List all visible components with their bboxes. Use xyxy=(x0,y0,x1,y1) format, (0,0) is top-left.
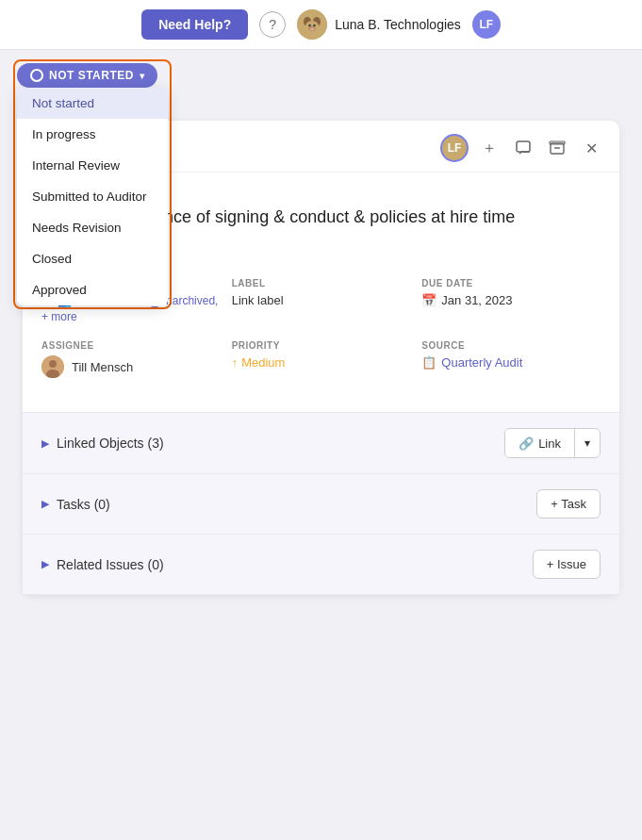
archive-icon[interactable] xyxy=(544,135,570,161)
status-dropdown-container: NOT STARTED ▾ Not started In progress In… xyxy=(13,59,172,309)
company-avatar xyxy=(297,9,327,40)
status-button[interactable]: NOT STARTED ▾ xyxy=(17,63,157,88)
help-icon[interactable]: ? xyxy=(259,11,286,38)
due-date-value: 📅 Jan 31, 2023 xyxy=(421,293,601,307)
add-task-button[interactable]: + Task xyxy=(536,489,601,519)
dropdown-item-not-started[interactable]: Not started xyxy=(17,88,168,119)
dropdown-item-closed[interactable]: Closed xyxy=(17,243,168,274)
tasks-label: Tasks (0) xyxy=(57,497,110,512)
main-area: NOT STARTED ▾ Not started In progress In… xyxy=(0,50,642,614)
dropdown-item-submitted-to-auditor[interactable]: Submitted to Auditor xyxy=(17,181,168,212)
dropdown-item-approved[interactable]: Approved xyxy=(17,274,168,305)
svg-point-7 xyxy=(310,28,314,31)
add-icon[interactable]: ＋ xyxy=(476,135,502,161)
bottom-sections: ▶ Linked Objects (3) 🔗 Link ▾ ▶ Tasks (0… xyxy=(23,412,619,595)
related-issues-section: ▶ Related Issues (0) + Issue xyxy=(23,535,619,595)
assignee-name: Till Mensch xyxy=(72,360,133,374)
assignee-label: ASSIGNEE xyxy=(41,340,221,351)
label-field: LABEL Link label xyxy=(232,278,411,323)
dropdown-item-in-progress[interactable]: In progress xyxy=(17,119,168,150)
priority-value: ↑ Medium xyxy=(232,355,411,370)
status-dropdown-menu: Not started In progress Internal Review … xyxy=(17,88,168,305)
svg-rect-8 xyxy=(517,141,530,152)
assignee-area: Till Mensch xyxy=(41,355,221,378)
company-selector[interactable]: Luna B. Technologies xyxy=(297,9,461,40)
link-button[interactable]: 🔗 Link xyxy=(505,430,574,457)
due-date-label: DUE DATE xyxy=(421,278,601,288)
close-icon[interactable]: ✕ xyxy=(578,135,604,161)
link-button-group: 🔗 Link ▾ xyxy=(504,428,601,458)
assignee-avatar xyxy=(41,355,64,378)
priority-field: PRIORITY ↑ Medium xyxy=(232,340,411,378)
chevron-down-icon: ▾ xyxy=(140,71,145,81)
top-navigation: Need Help? ? Luna B. Technologies LF xyxy=(0,0,642,50)
source-icon: 📋 xyxy=(421,355,436,370)
assignee-field: ASSIGNEE Till Mensch xyxy=(41,340,221,378)
link-icon: 🔗 xyxy=(519,436,534,451)
dropdown-wrapper: NOT STARTED ▾ Not started In progress In… xyxy=(13,59,172,309)
user-avatar[interactable]: LF xyxy=(472,10,501,39)
related-issues-triangle-icon: ▶ xyxy=(41,558,49,570)
tasks-triangle-icon: ▶ xyxy=(41,498,49,510)
linked-objects-label: Linked Objects (3) xyxy=(57,436,164,451)
tasks-label-area[interactable]: ▶ Tasks (0) xyxy=(41,497,110,512)
priority-label: PRIORITY xyxy=(232,340,411,351)
linked-objects-label-area[interactable]: ▶ Linked Objects (3) xyxy=(41,436,164,451)
related-issues-label: Related Issues (0) xyxy=(57,557,164,572)
company-name: Luna B. Technologies xyxy=(335,17,461,32)
comment-icon[interactable] xyxy=(510,135,536,161)
related-issues-label-area[interactable]: ▶ Related Issues (0) xyxy=(41,557,164,572)
label-field-value: Link label xyxy=(232,293,411,307)
label-field-label: LABEL xyxy=(232,278,411,288)
source-field: SOURCE 📋 Quarterly Audit xyxy=(421,340,601,378)
source-link[interactable]: Quarterly Audit xyxy=(441,355,522,370)
dropdown-item-internal-review[interactable]: Internal Review xyxy=(17,150,168,181)
need-help-button[interactable]: Need Help? xyxy=(141,9,248,40)
status-circle-icon xyxy=(30,69,43,82)
svg-point-6 xyxy=(313,25,315,26)
panel-user-avatar: LF xyxy=(440,134,469,162)
source-label: SOURCE xyxy=(421,340,601,351)
dropdown-item-needs-revision[interactable]: Needs Revision xyxy=(17,212,168,243)
status-button-label: NOT STARTED xyxy=(49,69,134,82)
svg-point-13 xyxy=(49,360,57,368)
priority-icon: ↑ xyxy=(232,355,239,370)
link-dropdown-caret[interactable]: ▾ xyxy=(575,430,600,456)
calendar-icon: 📅 xyxy=(421,293,436,307)
due-date-field: DUE DATE 📅 Jan 31, 2023 xyxy=(421,278,601,323)
add-issue-button[interactable]: + Issue xyxy=(533,550,601,579)
tasks-section: ▶ Tasks (0) + Task xyxy=(23,474,619,535)
source-value: 📋 Quarterly Audit xyxy=(421,355,601,370)
svg-point-5 xyxy=(308,25,310,26)
controls-more-link[interactable]: + more xyxy=(41,310,77,323)
linked-objects-section: ▶ Linked Objects (3) 🔗 Link ▾ xyxy=(23,413,619,474)
linked-objects-triangle-icon: ▶ xyxy=(41,437,49,450)
